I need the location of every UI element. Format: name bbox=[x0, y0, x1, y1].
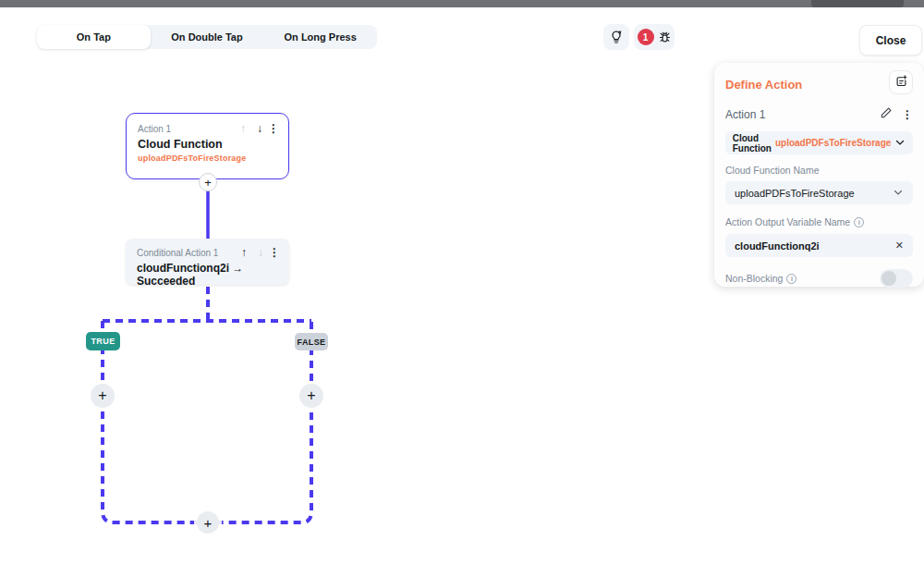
top-bar bbox=[0, 0, 924, 7]
close-button[interactable]: Close bbox=[859, 25, 922, 55]
add-action-button[interactable]: + bbox=[199, 173, 217, 191]
edit-pencil-icon[interactable] bbox=[880, 106, 893, 123]
action-card[interactable]: Action 1 ↑ ↓ ⋮ Cloud Function uploadPDFs… bbox=[126, 113, 289, 179]
action-card-title: Cloud Function bbox=[127, 135, 288, 151]
action-section-label: Action 1 bbox=[725, 108, 880, 121]
action-type-prefix: Cloud Function bbox=[733, 133, 772, 154]
move-up-icon[interactable]: ↑ bbox=[236, 246, 252, 259]
function-name-select[interactable]: uploadPDFsToFireStorage bbox=[725, 181, 913, 204]
conditional-card[interactable]: Conditional Action 1 ↑ ↓ ⋮ cloudFunction… bbox=[126, 239, 289, 285]
true-branch-badge: TRUE bbox=[86, 332, 120, 350]
false-branch-badge: FALSE bbox=[295, 333, 328, 350]
issues-button[interactable]: 1 bbox=[634, 24, 675, 50]
tab-on-long-press[interactable]: On Long Press bbox=[263, 25, 377, 49]
bug-icon bbox=[658, 31, 672, 44]
move-up-icon[interactable]: ↑ bbox=[235, 122, 251, 135]
action-card-menu-icon[interactable]: ⋮ bbox=[268, 122, 279, 135]
function-name-value: uploadPDFsToFireStorage bbox=[735, 188, 855, 199]
info-icon[interactable]: i bbox=[854, 217, 864, 227]
output-variable-value: cloudFunctionq2i bbox=[735, 240, 820, 252]
action-type-select[interactable]: Cloud Function uploadPDFsToFireStorage bbox=[725, 131, 913, 154]
action-type-value: uploadPDFsToFireStorage bbox=[775, 138, 891, 148]
top-bar-handle bbox=[811, 0, 904, 7]
chevron-down-icon bbox=[893, 185, 904, 202]
output-variable-label: Action Output Variable Name i bbox=[725, 216, 913, 227]
conditional-card-label: Conditional Action 1 bbox=[137, 248, 236, 258]
tab-on-double-tap[interactable]: On Double Tap bbox=[151, 25, 264, 49]
clear-icon[interactable]: ✕ bbox=[895, 240, 904, 252]
function-name-label: Cloud Function Name bbox=[725, 165, 913, 176]
error-count-badge: 1 bbox=[638, 29, 654, 45]
note-add-icon bbox=[894, 74, 908, 92]
panel-title: Define Action bbox=[725, 78, 913, 92]
output-variable-input[interactable]: cloudFunctionq2i ✕ bbox=[725, 234, 913, 257]
non-blocking-label: Non-Blocking i bbox=[725, 273, 880, 284]
define-action-panel: Define Action Action 1 ⋮ Cloud Function … bbox=[714, 63, 924, 287]
move-down-icon[interactable]: ↓ bbox=[252, 246, 269, 259]
action-card-subtitle: uploadPDFsToFireStorage bbox=[127, 151, 288, 163]
gesture-tabbar: On Tap On Double Tap On Long Press bbox=[37, 25, 377, 49]
non-blocking-toggle[interactable] bbox=[880, 269, 913, 288]
conditional-card-title: cloudFunctionq2i → Succeeded bbox=[126, 259, 289, 288]
conditional-card-menu-icon[interactable]: ⋮ bbox=[269, 246, 280, 259]
tab-on-tap[interactable]: On Tap bbox=[37, 25, 151, 49]
action-card-label: Action 1 bbox=[138, 124, 235, 134]
add-false-action-button[interactable]: + bbox=[299, 384, 323, 408]
add-true-action-button[interactable]: + bbox=[91, 384, 115, 408]
add-note-button[interactable] bbox=[889, 70, 913, 94]
action-options-icon[interactable]: ⋮ bbox=[902, 108, 913, 121]
lightbulb-cursor-icon bbox=[609, 30, 624, 44]
add-after-branch-button[interactable]: + bbox=[197, 511, 219, 534]
suggestions-button[interactable] bbox=[603, 24, 629, 50]
move-down-icon[interactable]: ↓ bbox=[251, 122, 268, 135]
info-icon[interactable]: i bbox=[786, 274, 796, 284]
chevron-down-icon bbox=[894, 135, 906, 152]
